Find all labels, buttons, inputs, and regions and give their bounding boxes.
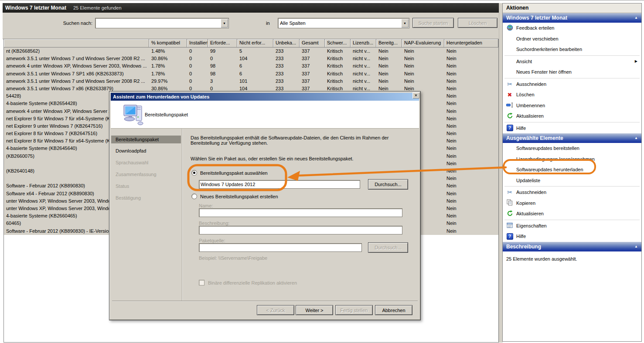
wizard-step-status: Status (111, 180, 181, 192)
cell-installiert: 0 (187, 70, 208, 78)
wizard-step-sprachauswahl: Sprachauswahl (111, 157, 181, 169)
name-field[interactable] (199, 208, 402, 217)
collapse-icon[interactable]: ▲ (634, 242, 638, 251)
close-button[interactable]: ✕ (412, 92, 419, 98)
dialog-titlebar[interactable]: Assistent zum Herunterladen von Updates (111, 93, 419, 101)
action-neues-fenster-hier-öffnen[interactable]: Neues Fenster hier öffnen (503, 67, 641, 78)
cell-erforderlich: 98 (208, 62, 237, 70)
search-clear-button[interactable]: Löschen (458, 18, 497, 28)
search-scope-input[interactable] (279, 19, 402, 27)
action-updateliste[interactable]: Updateliste (503, 175, 641, 186)
view-titlebar: Windows 7 letzter Monat 25 Elemente gefu… (3, 3, 500, 13)
action-umbenennen[interactable]: Umbenennen (503, 100, 641, 111)
cell-heruntergeladen: Nein (444, 108, 498, 115)
wizard-page-title: Bereitstellungspaket (145, 101, 188, 129)
collapse-icon[interactable]: ▲ (634, 133, 638, 143)
action-eigenschaften[interactable]: Eigenschaften (503, 221, 641, 231)
description-field[interactable] (199, 226, 402, 234)
column-header-bereitgestellt[interactable]: Bereitg... (376, 39, 402, 47)
action-kopieren[interactable]: Kopieren (503, 198, 641, 209)
source-field[interactable] (199, 243, 362, 252)
browse-package-button[interactable]: Durchsuch... (368, 179, 408, 190)
cell-nicht-erforderlich: 6 (237, 62, 273, 70)
cell-erforderlich: 3 (208, 78, 237, 85)
binary-replication-checkbox[interactable]: Binäre differenzielle Replikation aktivi… (199, 280, 297, 285)
action-ausschneiden[interactable]: ✂Ausschneiden (503, 187, 641, 198)
action-ansicht[interactable]: Ansicht▶ (503, 56, 641, 67)
back-button[interactable]: < Zurück (257, 305, 294, 315)
search-input-combo: ▼ (95, 18, 229, 28)
cell-heruntergeladen: Nein (444, 153, 498, 160)
cell-heruntergeladen: Nein (444, 55, 498, 62)
column-header-nap-evaluierung[interactable]: NAP-Evaluierung (402, 39, 444, 47)
table-row[interactable]: amework 4 unter Windows XP, Windows Serv… (4, 62, 498, 70)
radio-new-package[interactable]: Neues Bereitstellungspaket erstellen (191, 194, 278, 199)
column-header-kompatibel[interactable]: % kompatibel (149, 39, 187, 47)
actions-sections: Windows 7 letzter Monat▲Feedback erteile… (503, 13, 641, 266)
package-name-field[interactable] (199, 180, 360, 189)
action-ordner-verschieben[interactable]: Ordner verschieben (503, 34, 641, 44)
computer-package-icon (123, 103, 145, 127)
action-lizenzbedingungen-lesen-annehmen[interactable]: Lizenzbedingungen lesen/annehmen (503, 154, 641, 165)
action-hilfe[interactable]: ?Hilfe (503, 231, 641, 242)
finish-button[interactable]: Fertig stellen (335, 305, 373, 315)
action-löschen[interactable]: ✖Löschen (503, 89, 641, 100)
cell-heruntergeladen: Nein (444, 175, 498, 182)
cell-heruntergeladen: Nein (444, 130, 498, 137)
cell-heruntergeladen: Nein (444, 92, 498, 100)
column-header-heruntergeladen[interactable]: Heruntergeladen (444, 39, 498, 47)
section-header-beschreibung[interactable]: Beschreibung▲ (503, 242, 641, 251)
radio-select-package[interactable]: Bereitstellungspaket auswählen (191, 170, 268, 176)
cell-gesamt: 337 (300, 78, 325, 85)
table-row[interactable]: amework 3.5.1 unter Windows 7 und Window… (4, 78, 498, 85)
action-feedback-erteilen[interactable]: Feedback erteilen (503, 23, 641, 34)
table-row[interactable]: nt (KB2668562)1.48%0995233337Kritischnic… (4, 48, 498, 55)
action-aktualisieren[interactable]: Aktualisieren (503, 111, 641, 122)
column-header-schweregrad[interactable]: Schwer... (325, 39, 351, 47)
search-dropdown-button[interactable]: ▼ (221, 19, 228, 27)
section-header-ausgewählte-elemente[interactable]: Ausgewählte Elemente▲ (503, 133, 641, 143)
section-header-windows-7-letzter-monat[interactable]: Windows 7 letzter Monat▲ (503, 13, 641, 23)
action-softwareupdates-bereitstellen[interactable]: Softwareupdates bereitstellen (503, 143, 641, 154)
action-hilfe[interactable]: ?Hilfe (503, 123, 641, 134)
description-label: Beschreibung: (199, 221, 229, 226)
table-row[interactable]: amework 3.5.1 unter Windows 7 SP1 x86 (K… (4, 70, 498, 78)
scope-dropdown-button[interactable]: ▼ (401, 19, 409, 27)
cell-schweregrad: Kritisch (325, 55, 351, 62)
action-label: Hilfe (516, 234, 526, 239)
separator (504, 78, 640, 78)
action-ausschneiden[interactable]: ✂Ausschneiden (503, 79, 641, 90)
action-aktualisieren[interactable]: Aktualisieren (503, 208, 641, 219)
column-header-installiert[interactable]: Installiert (187, 39, 208, 47)
column-header-nicht-erforderlich[interactable]: Nicht erfor... (237, 39, 273, 47)
cell-heruntergeladen: Nein (444, 100, 498, 107)
cell-heruntergeladen: Nein (444, 220, 498, 227)
cell-heruntergeladen: Nein (444, 62, 498, 70)
column-header-erforderlich[interactable]: Erforde... (208, 39, 237, 47)
globe-icon (505, 24, 514, 32)
table-row[interactable]: amework 3.5.1 unter Windows 7 und Window… (4, 55, 498, 62)
action-label: Updateliste (516, 178, 540, 183)
browse-source-button[interactable]: Durchsuch... (368, 242, 408, 253)
column-header-lizenzbedingungen[interactable]: Lizenzb... (351, 39, 376, 47)
radio-select-label: Bereitstellungspaket auswählen (200, 170, 268, 176)
cancel-button[interactable]: Abbrechen (375, 305, 412, 315)
search-start-button[interactable]: Suche starten (412, 18, 454, 28)
cell-unbekannt: 233 (273, 70, 300, 78)
properties-icon (505, 222, 514, 229)
column-header-name[interactable] (4, 39, 149, 47)
action-suchordnerkriterien-bearbeiten[interactable]: Suchordnerkriterien bearbeiten (503, 44, 641, 55)
update-name: amework 4 unter Windows XP, Windows Serv… (4, 62, 149, 70)
action-softwareupdates-herunterladen[interactable]: Softwareupdates herunterladen (503, 164, 641, 175)
column-header-gesamt[interactable]: Gesamt (300, 39, 325, 47)
cell-nicht-erforderlich: 5 (237, 48, 273, 55)
cell-nap-evaluierung: Nein (402, 78, 444, 85)
collapse-icon[interactable]: ▲ (634, 13, 638, 23)
column-header-unbekannt[interactable]: Unbeka... (273, 39, 300, 47)
cell-heruntergeladen: Nein (444, 160, 498, 167)
cell-gesamt: 337 (300, 55, 325, 62)
search-input[interactable] (96, 19, 221, 27)
name-label: Name: (199, 203, 213, 208)
cell-heruntergeladen: Nein (444, 70, 498, 78)
next-button[interactable]: Weiter > (296, 305, 333, 315)
